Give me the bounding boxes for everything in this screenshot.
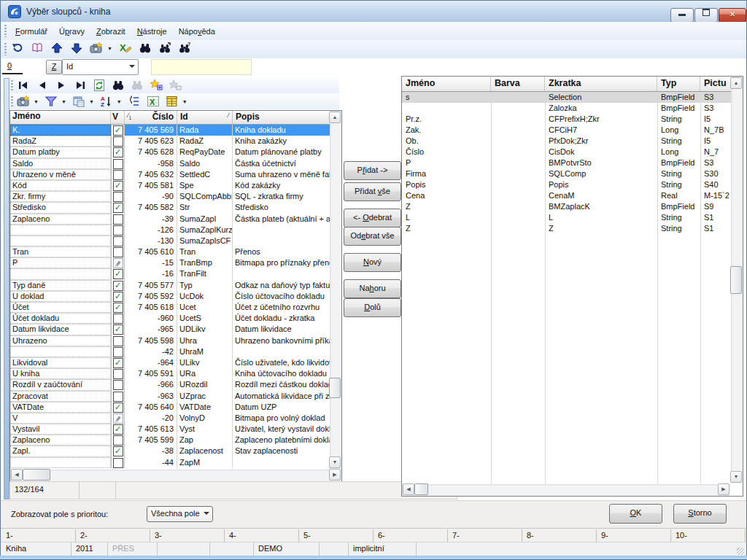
table-row[interactable]: ZZStringS1 [402,223,731,234]
cell-visible-checkbox[interactable] [111,257,125,268]
table-row[interactable]: Pr.z.CFPrefixH;ZkrStringI5 [402,114,731,125]
horizontal-scroll-thumb[interactable] [414,483,428,495]
vertical-scroll-thumb[interactable] [329,378,341,398]
table-row[interactable]: Kód✓7 405 581SpeKód zakázky [10,180,330,191]
cell-visible-checkbox[interactable]: ✓ [111,268,125,279]
table-row[interactable]: FirmaSQLCompStringS30 [402,168,731,179]
table-row[interactable]: U doklad✓7 405 592UcDokČíslo účtovacího … [10,291,330,302]
cell-visible-checkbox[interactable] [111,391,125,402]
tab-0[interactable]: 0 [7,61,12,70]
remove-button[interactable]: <- Odebrat [344,209,401,228]
resize-grip-icon[interactable] [737,548,744,555]
table-row[interactable]: Účet✓7 405 618UcetÚčet z účetního rozvrh… [10,302,330,313]
camera-icon[interactable] [90,42,103,55]
cell-visible-checkbox[interactable] [111,136,125,147]
sort-az-icon[interactable]: AZ [100,95,113,108]
menu-item[interactable]: Nástroje [131,25,173,38]
scroll-right-icon[interactable]: ▶ [329,469,341,481]
horizontal-scrollbar[interactable] [10,470,341,481]
excel-export-icon[interactable]: X [147,95,160,108]
toolbar-grip[interactable] [11,80,13,90]
table-dropdown-icon[interactable]: ▼ [182,99,187,104]
remove-all-button[interactable]: Odebrat vše [344,227,401,246]
column-header-jmeno[interactable]: Jméno [402,77,491,91]
table-row[interactable]: -126SumaZaplKurz [10,225,330,236]
cell-visible-checkbox[interactable] [111,413,125,424]
title-bar[interactable]: Výběr sloupců - kniha ✕ [1,1,746,23]
cell-visible-checkbox[interactable]: ✓ [111,280,125,291]
table-row[interactable]: ZalozkaBmpFieldS3 [402,103,731,114]
cell-visible-checkbox[interactable]: ✓ [111,424,125,435]
table-row[interactable]: Zkr. firmy-90SQLCompAbbrSQL - zkratka fi… [10,191,330,202]
toolbar-grip[interactable] [4,43,7,55]
camera-dropdown-icon[interactable]: ▼ [34,99,39,104]
horizontal-scroll-thumb[interactable] [23,469,50,481]
column-header-id[interactable]: Id∕ [177,111,233,124]
menu-item[interactable]: Nápověda [173,25,221,38]
table-row[interactable]: Zaplaceno7 405 599ZapZaplaceno platebním… [10,435,330,446]
scroll-up-icon[interactable]: ▲ [730,77,742,89]
ok-button[interactable]: OK [609,504,662,524]
column-header-barva[interactable]: Barva [491,77,545,91]
refresh-icon[interactable] [93,79,106,92]
find-next-icon[interactable] [158,42,171,55]
cell-visible-checkbox[interactable]: ✓ [111,125,125,136]
cell-visible-checkbox[interactable] [111,246,125,257]
cell-visible-checkbox[interactable]: ✓ [111,402,125,413]
table-row[interactable]: -44ZapM [10,457,330,468]
table-row[interactable]: -130SumaZaplsCF [10,236,330,246]
panel-drag-bar[interactable] [4,78,9,499]
field-selector-combo[interactable]: Id [62,59,139,75]
cancel-button[interactable]: Storno [673,504,727,524]
toolbar-grip[interactable] [4,25,7,37]
minimize-button[interactable] [670,8,694,23]
move-up-icon[interactable] [50,42,63,55]
table-row[interactable]: Zpracovat-963UZpracAutomatická likvidace… [10,391,330,402]
table-view-icon[interactable] [166,95,179,108]
close-button[interactable]: ✕ [719,8,746,23]
table-row[interactable]: Uhrazeno v měně7 405 632SettledCSuma uhr… [10,169,330,180]
table-row[interactable]: Ob.PfxDok;ZkrStringI5 [402,136,731,147]
table-row[interactable]: Saldo-958SaldoČástka účetnictví [10,158,330,169]
table-row[interactable]: Vystavil✓7 405 613VystUživatel, který vy… [10,424,330,435]
scroll-up-icon[interactable]: ▲ [329,112,341,123]
add-button[interactable]: Přidat -> [344,161,401,180]
table-row[interactable]: Středisko✓7 405 582StrStředisko [10,202,330,213]
table-row[interactable]: ČísloCisDokLongN_7 [402,147,731,158]
cell-visible-checkbox[interactable] [111,191,125,202]
find-icon[interactable] [139,42,152,55]
table-row[interactable]: -42UhraM [10,346,330,357]
table-row[interactable]: Likvidoval✓-964ULikvČíslo uživatele, kdo… [10,357,330,368]
column-header-pictu[interactable]: Pictu [700,77,731,91]
table-row[interactable]: K.✓7 405 569RadaKniha dokladu [10,125,330,136]
move-down-button[interactable]: Dolů [344,298,401,317]
group-list-icon[interactable] [128,95,141,108]
cell-visible-checkbox[interactable]: ✓ [111,291,125,302]
restore-button[interactable] [694,8,718,23]
add-all-button[interactable]: Přidat vše [344,182,401,201]
cell-visible-checkbox[interactable]: ✓ [111,180,125,191]
table-row[interactable]: Uhrazeno7 405 598UhraUhrazeno bankovními… [10,335,330,346]
table-row[interactable]: VATDate✓7 405 640VATDateDatum UZP [10,402,330,413]
table-row[interactable]: ✓-16TranFilt [10,268,330,279]
prev-record-icon[interactable] [36,79,49,92]
table-row[interactable]: ZBMZaplacKBmpFieldS9 [402,201,731,212]
cell-visible-checkbox[interactable] [111,236,125,246]
cell-visible-checkbox[interactable] [111,368,125,379]
find-icon[interactable] [112,79,125,92]
table-row[interactable]: RadaZ7 405 623RadaZKniha zakázky [10,136,330,147]
form-dropdown-icon[interactable]: ▼ [89,99,94,104]
table-row[interactable]: Zak.CFCiH7LongN_7B [402,125,731,136]
camera-icon[interactable] [17,95,30,108]
book-icon[interactable] [31,42,44,55]
cell-visible-checkbox[interactable] [111,379,125,390]
column-header-popis[interactable]: Popis [233,111,330,124]
cell-visible-checkbox[interactable]: ✓ [111,202,125,213]
search-input[interactable] [151,59,252,75]
table-row[interactable]: Typ daně✓7 405 577TypOdkaz na daňový typ… [10,280,330,291]
table-row[interactable]: sSelectionBmpFieldS3 [402,92,731,103]
new-button[interactable]: Nový [344,253,401,272]
first-record-icon[interactable] [17,79,30,92]
camera-dropdown-icon[interactable]: ▼ [107,46,112,51]
table-row[interactable]: V-20VolnyDBitmapa pro volný doklad [10,413,330,424]
